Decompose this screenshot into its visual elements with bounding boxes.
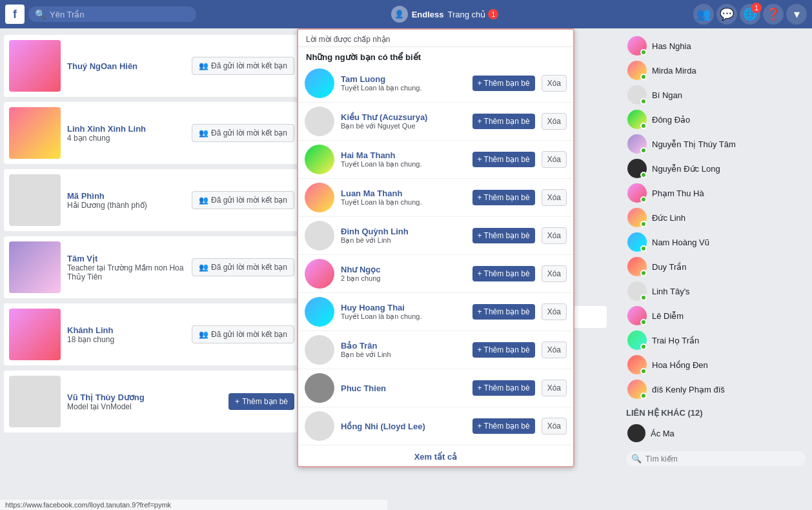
people-you-may-know-popup: Lời mời được chấp nhậnNhững người bạn có… (297, 28, 574, 467)
popup-person-sub: 2 bạn chung (341, 274, 466, 283)
contact-avatar (627, 61, 647, 80)
friend-name: Tâm Vịt (67, 254, 185, 263)
online-indicator (640, 123, 647, 129)
add-friend-button[interactable]: + Thêm bạn bè (228, 393, 294, 410)
user-name: Endless (412, 10, 444, 19)
sent-request-button[interactable]: 👥 Đã gửi lời mời kết bạn (192, 57, 294, 75)
chat-contact-item[interactable]: Bí Ngan (626, 83, 806, 107)
popup-delete-button[interactable]: Xóa (542, 189, 567, 206)
popup-add-friend-button[interactable]: + Thêm bạn bè (472, 228, 535, 243)
sent-request-button[interactable]: 👥 Đã gửi lời mời kết bạn (192, 258, 294, 276)
popup-info: Phuc Thien (341, 383, 466, 393)
popup-delete-button[interactable]: Xóa (542, 265, 567, 282)
friends-list-col: Thuý NgOan Hiên👥 Đã gửi lời mời kết bạnL… (0, 28, 303, 510)
chat-contact-item[interactable]: Nguyễn Thị Thúy Tâm (626, 132, 806, 156)
popup-person-sub: Bạn bè với Linh (341, 351, 466, 359)
popup-delete-button[interactable]: Xóa (542, 342, 567, 358)
sent-request-button[interactable]: 👥 Đã gửi lời mời kết bạn (192, 325, 294, 343)
friend-name: Mã Phình (67, 191, 185, 201)
contact-name: Phạm Thu Hà (652, 189, 704, 198)
popup-person-name: Huy Hoang Thai (341, 303, 466, 312)
popup-delete-button[interactable]: Xóa (542, 380, 567, 396)
popup-person-sub: Bạn bè với Nguyet Que (341, 122, 466, 130)
popup-list-item: Huy Hoang ThaiTuyết Loan là bạn chung.+ … (298, 293, 573, 331)
chat-contact-item[interactable]: Phạm Thu Hà (626, 181, 806, 205)
chat-contact-item[interactable]: Nam Hoàng Vũ (626, 230, 806, 254)
popup-info: Tam LuongTuyết Loan là bạn chung. (341, 74, 466, 92)
help-icon[interactable]: ❓ (763, 4, 784, 25)
online-indicator (640, 343, 647, 350)
contact-avatar (627, 110, 647, 129)
friends-icon[interactable]: 👥 (693, 4, 714, 25)
popup-delete-button[interactable]: Xóa (542, 418, 567, 434)
popup-add-friend-button[interactable]: + Thêm bạn bè (472, 266, 535, 281)
popup-delete-button[interactable]: Xóa (542, 75, 567, 92)
friend-sub: Teacher tại Trường Mầm non Hoa Thủy Tiên (67, 263, 185, 281)
contact-name: Mirda Mirda (652, 66, 696, 76)
user-profile[interactable]: 👤 Endless (391, 6, 444, 23)
popup-add-friend-button[interactable]: + Thêm bạn bè (472, 304, 535, 320)
friend-avatar (9, 107, 61, 159)
chat-contact-item[interactable]: Duy Trần (626, 254, 806, 279)
popup-avatar (305, 297, 334, 327)
popup-add-friend-button[interactable]: + Thêm bạn bè (472, 418, 535, 434)
chat-contact-item[interactable]: Has Nghia (626, 34, 806, 58)
popup-person-name: Luan Ma Thanh (341, 189, 466, 198)
dropdown-icon[interactable]: ▾ (786, 4, 807, 25)
popup-delete-button[interactable]: Xóa (542, 303, 567, 320)
friend-avatar (9, 309, 61, 360)
popup-add-friend-button[interactable]: + Thêm bạn bè (472, 114, 535, 129)
home-link[interactable]: Trang chủ 1 (448, 9, 499, 19)
friend-action: 👥 Đã gửi lời mời kết bạn (192, 258, 294, 276)
contact-avatar (627, 306, 647, 325)
online-indicator (640, 319, 647, 325)
lien-he-name: Ác Ma (651, 429, 675, 438)
popup-add-friend-button[interactable]: + Thêm bạn bè (472, 380, 535, 396)
friend-action: 👥 Đã gửi lời mời kết bạn (192, 124, 294, 142)
popup-add-friend-button[interactable]: + Thêm bạn bè (472, 152, 535, 167)
facebook-logo[interactable]: f (5, 5, 25, 24)
sent-request-button[interactable]: 👥 Đã gửi lời mời kết bạn (192, 191, 294, 209)
chat-contact-item[interactable]: đíš Kenly Phạm đíš (626, 377, 806, 402)
friend-info: Linh Xinh Xinh Linh4 bạn chung (67, 124, 185, 143)
contact-name: Đức Linh (652, 213, 685, 223)
popup-info: Hai Ma ThanhTuyết Loan là bạn chung. (341, 150, 466, 168)
notifications-icon[interactable]: 🌐 1 (740, 4, 760, 25)
chat-contact-item[interactable]: Trai Họ Trần (626, 328, 806, 352)
friend-card: Tâm VịtTeacher tại Trường Mầm non Hoa Th… (4, 236, 299, 298)
popup-delete-button[interactable]: Xóa (542, 227, 567, 244)
popup-person-name: Hồng Nhi (Lloyd Lee) (341, 422, 466, 431)
view-all-link[interactable]: Xem tất cả (414, 452, 458, 462)
search-icon: 🔍 (35, 9, 46, 19)
chat-contact-item[interactable]: Hoa Hồng Đen (626, 352, 806, 377)
popup-add-friend-button[interactable]: + Thêm bạn bè (472, 76, 535, 91)
popup-avatar (305, 221, 334, 250)
popup-add-friend-button[interactable]: + Thêm bạn bè (472, 342, 535, 358)
contact-name: Trai Họ Trần (652, 336, 699, 345)
chat-search-input[interactable] (645, 454, 800, 464)
search-bar[interactable]: 🔍 (28, 6, 196, 22)
sent-request-button[interactable]: 👥 Đã gửi lời mời kết bạn (192, 124, 294, 142)
lien-he-item[interactable]: Ác Ma (626, 422, 806, 445)
search-input[interactable] (50, 10, 179, 19)
contact-name: Nam Hoàng Vũ (652, 238, 709, 247)
popup-delete-button[interactable]: Xóa (542, 113, 567, 130)
friend-info: Mã PhìnhHải Dương (thành phố) (67, 191, 185, 210)
friend-card: Mã PhìnhHải Dương (thành phố)👥 Đã gửi lờ… (4, 169, 299, 231)
chat-contact-item[interactable]: Linh Tây's (626, 279, 806, 303)
popup-delete-button[interactable]: Xóa (542, 151, 567, 168)
friend-card: Linh Xinh Xinh Linh4 bạn chung👥 Đã gửi l… (4, 102, 299, 164)
messages-icon[interactable]: 💬 (716, 4, 737, 25)
chat-contact-item[interactable]: Lê Diễm (626, 303, 806, 328)
popup-header: Lời mời được chấp nhận (298, 30, 573, 47)
chat-contact-item[interactable]: Mirda Mirda (626, 58, 806, 83)
chat-contact-item[interactable]: Nguyễn Đức Long (626, 156, 806, 181)
home-badge: 1 (488, 9, 498, 19)
chat-contact-item[interactable]: Đông Đảo (626, 107, 806, 132)
chat-contact-item[interactable]: Đức Linh (626, 205, 806, 230)
contact-avatar (627, 355, 647, 374)
chat-search-bar[interactable]: 🔍 (626, 451, 806, 466)
popup-add-friend-button[interactable]: + Thêm bạn bè (472, 190, 535, 205)
friend-name: Linh Xinh Xinh Linh (67, 124, 185, 134)
popup-footer: Xem tất cả (298, 445, 573, 467)
